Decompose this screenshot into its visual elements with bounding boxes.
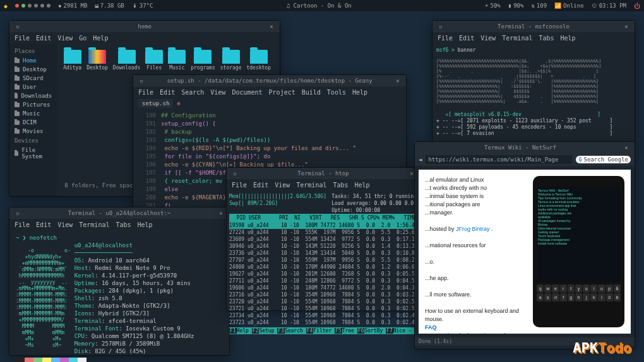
- close-icon[interactable]: ✕: [217, 210, 225, 216]
- process-row[interactable]: 27707 u0_a244 10 -10 559M 197M 9956 S 0.…: [229, 257, 417, 264]
- search-box[interactable]: G Search Google: [576, 156, 631, 163]
- menu-edit[interactable]: Edit: [36, 221, 51, 228]
- menu-file[interactable]: File: [438, 35, 453, 42]
- close-icon[interactable]: ✕: [622, 23, 631, 30]
- process-row[interactable]: 23716 u0_a244 10 -10 354M 10968 7884 S 0…: [229, 291, 417, 298]
- launcher-icon[interactable]: ◆: [4, 3, 8, 9]
- titlebar[interactable]: ▫ home ✕: [9, 21, 280, 32]
- key-t[interactable]: t: [568, 284, 575, 293]
- menu-help[interactable]: Help: [93, 35, 108, 42]
- menu-tabs[interactable]: Tabs: [116, 221, 131, 228]
- process-row[interactable]: 27711 u0_a244 10 -10 248M 12866 9772 S 0…: [229, 277, 417, 284]
- process-row[interactable]: 23720 u0_a244 10 -10 554M 10968 7884 S 0…: [229, 298, 417, 305]
- process-row[interactable]: 19598 u0_a244 10 -10 180M 74772 14680 S …: [229, 222, 417, 229]
- folder-files[interactable]: Files: [144, 49, 164, 72]
- key-y[interactable]: y: [575, 284, 582, 293]
- key-ä[interactable]: ä: [614, 293, 621, 301]
- folder-tdesktop[interactable]: tdesktop: [245, 49, 272, 72]
- sidebar-item-movies[interactable]: Movies: [9, 127, 57, 136]
- process-header[interactable]: PID USER PRI NI VIRT RES SHR S CPU% MEM%…: [229, 214, 417, 222]
- brightness-widget[interactable]: ☀ 50%: [485, 3, 501, 9]
- url-input[interactable]: [426, 155, 572, 164]
- key-a[interactable]: a: [537, 293, 544, 301]
- terminal-neofetch-window[interactable]: ▫ Terminal - u0_a244@localhost:~ ✕ FileE…: [9, 207, 230, 356]
- menu-file[interactable]: File: [138, 89, 153, 96]
- process-row[interactable]: 19627 u0_a244 10 -10 201M 12600 7268 S 0…: [229, 271, 417, 277]
- menu-terminal[interactable]: Terminal: [502, 35, 532, 42]
- titlebar[interactable]: ▫ Terminal - msfconsole ✕: [432, 21, 635, 32]
- menu-file[interactable]: File: [232, 182, 247, 189]
- terminal-htop-window[interactable]: ▫ Terminal - htop ✕ FileEditViewTerminal…: [226, 167, 420, 311]
- fkey-bar[interactable]: F1Help F2Setup F3Search F4Filter F5Tree …: [229, 327, 417, 334]
- folder-storage[interactable]: storage: [219, 49, 243, 72]
- key-e[interactable]: e: [552, 284, 559, 293]
- key-o[interactable]: o: [598, 284, 605, 293]
- ws-dot[interactable]: [40, 4, 44, 8]
- key-å[interactable]: å: [614, 284, 621, 293]
- titlebar[interactable]: ▫ Terminal - u0_a244@localhost:~ ✕: [9, 207, 229, 219]
- sidebar-item-downloads[interactable]: Downloads: [9, 91, 57, 100]
- key-g[interactable]: g: [568, 293, 575, 301]
- key-d[interactable]: d: [552, 293, 559, 301]
- titlebar[interactable]: ▫ setup.sh - /data/data/com.termux/files…: [133, 75, 406, 86]
- htop-content[interactable]: Mem[||||||||||||||||2.64G/3.50G] Swp[| 8…: [227, 190, 420, 337]
- key-r[interactable]: r: [560, 284, 567, 293]
- sidebar-item-desktop[interactable]: Desktop: [9, 65, 57, 74]
- sidebar-item-music[interactable]: Music: [9, 109, 57, 118]
- process-row[interactable]: 23689 u0_a244 10 -10 554M 13424 9772 S 0…: [229, 236, 417, 243]
- menu-help[interactable]: Help: [561, 35, 576, 42]
- folder-music[interactable]: Music: [167, 49, 187, 72]
- back-icon[interactable]: ◄: [419, 156, 422, 163]
- key-u[interactable]: u: [583, 284, 590, 293]
- menu-tabs[interactable]: Tabs: [539, 35, 554, 42]
- sidebar-item-home[interactable]: Home: [9, 56, 57, 65]
- menu-view[interactable]: View: [480, 35, 496, 42]
- ws-dot[interactable]: [47, 4, 51, 8]
- pin-icon[interactable]: ▫: [230, 170, 239, 177]
- pin-icon[interactable]: ▫: [13, 210, 22, 216]
- ws-dot[interactable]: [21, 4, 25, 8]
- folder-programs[interactable]: programs: [189, 49, 217, 72]
- netsurf-window[interactable]: Termux Wiki - NetSurf ✕ ◄ G Search Googl…: [414, 141, 635, 349]
- menu-tabs[interactable]: Tabs: [333, 182, 348, 189]
- sidebar-item-pictures[interactable]: Pictures: [9, 100, 57, 109]
- close-icon[interactable]: ✕: [622, 144, 631, 151]
- key-p[interactable]: p: [606, 284, 613, 293]
- close-icon[interactable]: ✕: [267, 23, 276, 30]
- sidebar-item-file-system[interactable]: File System: [9, 146, 57, 161]
- menu-view[interactable]: View: [57, 221, 73, 228]
- process-row[interactable]: 19606 u0_a244 10 -10 180M 74772 14680 S …: [229, 284, 417, 291]
- menu-search[interactable]: Search: [181, 89, 204, 96]
- pin-icon[interactable]: ▫: [13, 23, 22, 30]
- process-row[interactable]: 30946 u0_a244 10 -10 143M 51220 9256 S 0…: [229, 243, 417, 250]
- titlebar[interactable]: Termux Wiki - NetSurf ✕: [415, 142, 635, 153]
- folder-downloads[interactable]: Downloads: [112, 49, 141, 72]
- menu-help[interactable]: Help: [355, 182, 370, 189]
- ws-dot[interactable]: [28, 4, 32, 8]
- workspace-dots[interactable]: [15, 4, 51, 8]
- key-w[interactable]: w: [544, 284, 551, 293]
- ws-dot[interactable]: [34, 4, 38, 8]
- titlebar[interactable]: ▫ Terminal - htop ✕: [227, 168, 420, 179]
- power-icon[interactable]: ⏻: [634, 3, 640, 9]
- key-k[interactable]: k: [590, 293, 597, 301]
- menu-build[interactable]: Build: [302, 89, 321, 96]
- menu-edit[interactable]: Edit: [459, 35, 474, 42]
- terminal-content[interactable]: msf6 > banner [%%%%%%%%%%%%%%%%%%%%%%%%%…: [432, 44, 635, 141]
- process-row[interactable]: 23721 u0_a244 10 -10 554M 10968 7884 S 0…: [229, 305, 417, 312]
- menu-edit[interactable]: Edit: [160, 89, 175, 96]
- folder-aditya[interactable]: Aditya: [62, 49, 83, 72]
- terminal-content[interactable]: ~ ❯ neofetch -o o- +hydNNNNdyh+ +mMMMMMM…: [9, 230, 229, 362]
- process-row[interactable]: 23736 u0_a244 10 -10 143M 13434 5040 S 0…: [229, 250, 417, 257]
- folder-desktop[interactable]: Desktop: [85, 49, 109, 72]
- menu-go[interactable]: Go: [79, 35, 86, 42]
- menu-document[interactable]: Document: [232, 89, 262, 96]
- close-icon[interactable]: ✕: [393, 78, 402, 84]
- terminal-msf-window[interactable]: ▫ Terminal - msfconsole ✕ FileEditViewTe…: [432, 20, 635, 143]
- menu-edit[interactable]: Edit: [253, 182, 268, 189]
- music-widget[interactable]: ♫ Cartoon - On & On: [287, 3, 352, 9]
- key-f[interactable]: f: [560, 293, 567, 301]
- process-row[interactable]: 24808 u0_a244 10 -10 170M 44900 24684 S …: [229, 264, 417, 271]
- process-row[interactable]: 27224 u0_a244 10 -10 555K 197M 9956 S 0.…: [229, 229, 417, 236]
- menu-view[interactable]: View: [210, 89, 225, 96]
